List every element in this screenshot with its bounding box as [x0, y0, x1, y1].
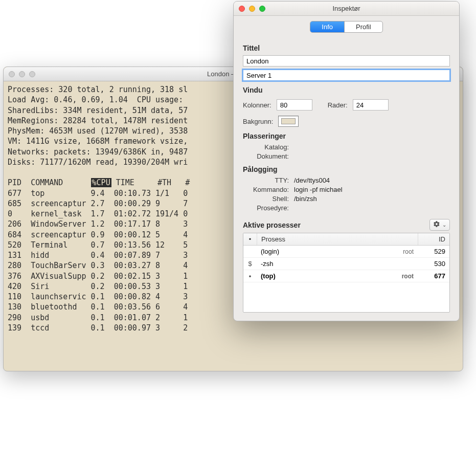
- row-bullet: [243, 250, 257, 254]
- col-process[interactable]: Prosess: [257, 233, 418, 245]
- table-row[interactable]: (login)root529: [243, 246, 449, 258]
- row-process: (login): [257, 246, 382, 257]
- rader-label: Rader:: [328, 101, 348, 109]
- kommando-value: login -pf michael: [294, 186, 343, 193]
- section-palogging: Pålogging: [243, 165, 450, 173]
- title-field-window[interactable]: [243, 70, 450, 81]
- row-process: -zsh: [257, 258, 382, 270]
- process-table-header: • Prosess ID: [243, 233, 449, 246]
- process-table: • Prosess ID (login)root529$-zsh530•(top…: [243, 233, 450, 313]
- row-bullet: •: [243, 270, 257, 282]
- row-process: (top): [257, 270, 382, 282]
- traffic-light-close[interactable]: [239, 6, 245, 12]
- col-bullet[interactable]: •: [243, 233, 257, 245]
- kolonner-input[interactable]: [277, 99, 312, 111]
- shell-label: Shell:: [243, 195, 289, 203]
- table-row[interactable]: •(top)root677: [243, 270, 449, 282]
- chevron-down-icon: ⌄: [442, 222, 446, 228]
- prosedyre-label: Prosedyre:: [243, 204, 289, 212]
- title-field-tab[interactable]: [243, 55, 450, 67]
- row-bullet: $: [243, 258, 257, 270]
- traffic-light-zoom[interactable]: [29, 71, 35, 77]
- gear-icon: [433, 220, 440, 229]
- traffic-light-zoom[interactable]: [259, 6, 265, 12]
- inspector-titlebar[interactable]: Inspektør: [234, 2, 459, 16]
- traffic-light-minimize[interactable]: [19, 71, 25, 77]
- row-user: root: [382, 246, 418, 257]
- section-vindu: Vindu: [243, 86, 450, 94]
- row-id: 677: [418, 270, 449, 282]
- process-actions-menu[interactable]: ⌄: [429, 219, 450, 231]
- row-user: [382, 262, 418, 266]
- section-aktive: Aktive prosesser: [243, 221, 301, 229]
- kommando-label: Kommando:: [243, 186, 289, 193]
- tty-value: /dev/ttys004: [294, 176, 330, 184]
- tab-info[interactable]: Info: [310, 21, 344, 32]
- tab-profil[interactable]: Profil: [344, 21, 382, 32]
- traffic-light-close[interactable]: [9, 71, 15, 77]
- katalog-label: Katalog:: [243, 143, 289, 151]
- rader-input[interactable]: [353, 99, 389, 111]
- kolonner-label: Kolonner:: [243, 101, 271, 109]
- shell-value: /bin/zsh: [294, 195, 317, 203]
- row-user: root: [382, 271, 418, 282]
- row-id: 529: [418, 246, 449, 257]
- inspector-window: Inspektør Info Profil Tittel Vindu Kolon…: [233, 1, 460, 321]
- table-row[interactable]: $-zsh530: [243, 258, 449, 270]
- section-plasseringer: Plasseringer: [243, 132, 450, 140]
- dokument-label: Dokument:: [243, 152, 289, 160]
- section-tittel: Tittel: [243, 44, 450, 52]
- col-id[interactable]: ID: [418, 233, 449, 245]
- bakgrunn-colorwell[interactable]: [278, 116, 299, 127]
- inspector-title: Inspektør: [234, 5, 459, 12]
- row-id: 530: [418, 258, 449, 270]
- traffic-light-minimize[interactable]: [249, 6, 255, 12]
- tty-label: TTY:: [243, 176, 289, 184]
- tab-segmented-control: Info Profil: [234, 16, 459, 36]
- bakgrunn-label: Bakgrunn:: [243, 118, 273, 125]
